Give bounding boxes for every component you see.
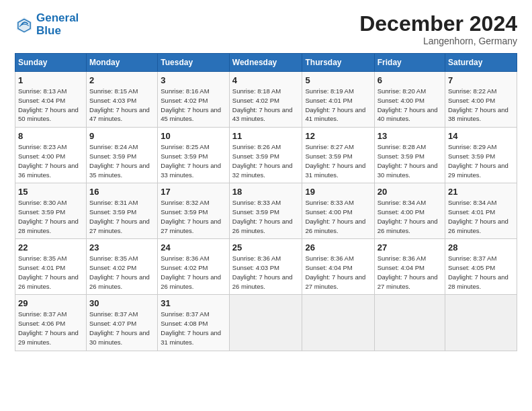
calendar-cell: 22 Sunrise: 8:35 AMSunset: 4:01 PMDaylig… <box>15 239 87 295</box>
calendar-cell <box>302 295 374 351</box>
day-number: 9 <box>89 131 154 141</box>
calendar-cell: 26 Sunrise: 8:36 AMSunset: 4:04 PMDaylig… <box>302 239 374 295</box>
calendar-cell: 10 Sunrise: 8:25 AMSunset: 3:59 PMDaylig… <box>158 128 230 183</box>
col-saturday: Saturday <box>445 54 517 72</box>
day-info: Sunrise: 8:33 AMSunset: 4:00 PMDaylight:… <box>305 199 365 234</box>
day-info: Sunrise: 8:26 AMSunset: 3:59 PMDaylight:… <box>232 143 293 178</box>
header: General Blue December 2024 Langenhorn, G… <box>15 12 517 46</box>
day-number: 24 <box>161 242 226 253</box>
day-info: Sunrise: 8:37 AMSunset: 4:06 PMDaylight:… <box>18 310 79 345</box>
day-info: Sunrise: 8:35 AMSunset: 4:01 PMDaylight:… <box>18 255 79 289</box>
logo-text: General Blue <box>36 12 79 37</box>
calendar-cell: 25 Sunrise: 8:36 AMSunset: 4:03 PMDaylig… <box>229 239 302 295</box>
day-number: 10 <box>161 131 226 141</box>
day-number: 22 <box>18 242 83 253</box>
day-number: 28 <box>448 242 514 253</box>
day-info: Sunrise: 8:37 AMSunset: 4:05 PMDaylight:… <box>448 255 508 289</box>
col-monday: Monday <box>87 54 158 72</box>
calendar-cell: 29 Sunrise: 8:37 AMSunset: 4:06 PMDaylig… <box>15 295 87 351</box>
day-info: Sunrise: 8:28 AMSunset: 3:59 PMDaylight:… <box>378 143 438 178</box>
day-info: Sunrise: 8:34 AMSunset: 4:01 PMDaylight:… <box>448 199 508 234</box>
day-info: Sunrise: 8:30 AMSunset: 3:59 PMDaylight:… <box>18 199 79 234</box>
day-info: Sunrise: 8:23 AMSunset: 4:00 PMDaylight:… <box>18 143 79 178</box>
day-number: 7 <box>448 75 514 85</box>
day-number: 21 <box>448 187 514 197</box>
calendar-cell: 15 Sunrise: 8:30 AMSunset: 3:59 PMDaylig… <box>15 183 87 239</box>
day-number: 25 <box>232 242 300 253</box>
day-info: Sunrise: 8:19 AMSunset: 4:01 PMDaylight:… <box>305 87 365 122</box>
day-number: 19 <box>305 187 371 197</box>
day-number: 23 <box>89 242 154 253</box>
day-info: Sunrise: 8:37 AMSunset: 4:07 PMDaylight:… <box>89 310 150 345</box>
day-info: Sunrise: 8:36 AMSunset: 4:04 PMDaylight:… <box>305 255 365 289</box>
calendar-cell: 1 Sunrise: 8:13 AMSunset: 4:04 PMDayligh… <box>15 72 87 128</box>
logo-icon <box>15 15 34 34</box>
day-number: 6 <box>378 75 442 85</box>
calendar-row: 22 Sunrise: 8:35 AMSunset: 4:01 PMDaylig… <box>15 239 517 295</box>
day-info: Sunrise: 8:29 AMSunset: 3:59 PMDaylight:… <box>448 143 508 178</box>
day-info: Sunrise: 8:24 AMSunset: 3:59 PMDaylight:… <box>89 143 150 178</box>
calendar-cell: 21 Sunrise: 8:34 AMSunset: 4:01 PMDaylig… <box>445 183 517 239</box>
day-number: 14 <box>448 131 514 141</box>
day-number: 11 <box>232 131 300 141</box>
day-number: 8 <box>18 131 83 141</box>
calendar-cell: 23 Sunrise: 8:35 AMSunset: 4:02 PMDaylig… <box>87 239 158 295</box>
calendar-row: 29 Sunrise: 8:37 AMSunset: 4:06 PMDaylig… <box>15 295 517 351</box>
day-info: Sunrise: 8:25 AMSunset: 3:59 PMDaylight:… <box>161 143 221 178</box>
calendar-cell: 8 Sunrise: 8:23 AMSunset: 4:00 PMDayligh… <box>15 128 87 183</box>
day-info: Sunrise: 8:20 AMSunset: 4:00 PMDaylight:… <box>378 87 438 122</box>
calendar-body: 1 Sunrise: 8:13 AMSunset: 4:04 PMDayligh… <box>15 72 517 351</box>
calendar-cell: 17 Sunrise: 8:32 AMSunset: 3:59 PMDaylig… <box>158 183 230 239</box>
calendar-cell: 4 Sunrise: 8:18 AMSunset: 4:02 PMDayligh… <box>229 72 302 128</box>
calendar-row: 15 Sunrise: 8:30 AMSunset: 3:59 PMDaylig… <box>15 183 517 239</box>
calendar-cell: 6 Sunrise: 8:20 AMSunset: 4:00 PMDayligh… <box>374 72 445 128</box>
day-number: 29 <box>18 298 83 308</box>
day-number: 15 <box>18 187 83 197</box>
subtitle: Langenhorn, Germany <box>359 36 517 46</box>
calendar-cell: 31 Sunrise: 8:37 AMSunset: 4:08 PMDaylig… <box>158 295 230 351</box>
calendar-row: 8 Sunrise: 8:23 AMSunset: 4:00 PMDayligh… <box>15 128 517 183</box>
calendar-row: 1 Sunrise: 8:13 AMSunset: 4:04 PMDayligh… <box>15 72 517 128</box>
calendar-cell: 14 Sunrise: 8:29 AMSunset: 3:59 PMDaylig… <box>445 128 517 183</box>
day-info: Sunrise: 8:18 AMSunset: 4:02 PMDaylight:… <box>232 87 293 122</box>
col-wednesday: Wednesday <box>229 54 302 72</box>
day-info: Sunrise: 8:35 AMSunset: 4:02 PMDaylight:… <box>89 255 150 289</box>
calendar-cell: 9 Sunrise: 8:24 AMSunset: 3:59 PMDayligh… <box>87 128 158 183</box>
calendar-cell: 13 Sunrise: 8:28 AMSunset: 3:59 PMDaylig… <box>374 128 445 183</box>
calendar-cell: 7 Sunrise: 8:22 AMSunset: 4:00 PMDayligh… <box>445 72 517 128</box>
calendar-cell: 2 Sunrise: 8:15 AMSunset: 4:03 PMDayligh… <box>87 72 158 128</box>
calendar-cell: 28 Sunrise: 8:37 AMSunset: 4:05 PMDaylig… <box>445 239 517 295</box>
day-info: Sunrise: 8:27 AMSunset: 3:59 PMDaylight:… <box>305 143 365 178</box>
day-info: Sunrise: 8:36 AMSunset: 4:04 PMDaylight:… <box>378 255 438 289</box>
day-number: 20 <box>378 187 442 197</box>
calendar-cell: 3 Sunrise: 8:16 AMSunset: 4:02 PMDayligh… <box>158 72 230 128</box>
calendar-cell: 11 Sunrise: 8:26 AMSunset: 3:59 PMDaylig… <box>229 128 302 183</box>
calendar-cell <box>445 295 517 351</box>
day-number: 4 <box>232 75 300 85</box>
header-row: Sunday Monday Tuesday Wednesday Thursday… <box>15 54 517 72</box>
day-number: 27 <box>378 242 442 253</box>
day-number: 26 <box>305 242 371 253</box>
calendar-cell: 18 Sunrise: 8:33 AMSunset: 3:59 PMDaylig… <box>229 183 302 239</box>
day-info: Sunrise: 8:16 AMSunset: 4:02 PMDaylight:… <box>161 87 221 122</box>
calendar-cell: 27 Sunrise: 8:36 AMSunset: 4:04 PMDaylig… <box>374 239 445 295</box>
calendar-table: Sunday Monday Tuesday Wednesday Thursday… <box>15 53 517 351</box>
day-info: Sunrise: 8:32 AMSunset: 3:59 PMDaylight:… <box>161 199 221 234</box>
day-info: Sunrise: 8:13 AMSunset: 4:04 PMDaylight:… <box>18 87 79 122</box>
calendar-cell <box>229 295 302 351</box>
day-info: Sunrise: 8:36 AMSunset: 4:03 PMDaylight:… <box>232 255 293 289</box>
day-number: 16 <box>89 187 154 197</box>
day-number: 12 <box>305 131 371 141</box>
col-tuesday: Tuesday <box>158 54 230 72</box>
main-title: December 2024 <box>359 12 517 36</box>
day-number: 17 <box>161 187 226 197</box>
day-info: Sunrise: 8:31 AMSunset: 3:59 PMDaylight:… <box>89 199 150 234</box>
col-friday: Friday <box>374 54 445 72</box>
day-info: Sunrise: 8:33 AMSunset: 3:59 PMDaylight:… <box>232 199 293 234</box>
day-number: 31 <box>161 298 226 308</box>
day-number: 18 <box>232 187 300 197</box>
day-number: 13 <box>378 131 442 141</box>
day-number: 3 <box>161 75 226 85</box>
calendar-cell: 24 Sunrise: 8:36 AMSunset: 4:02 PMDaylig… <box>158 239 230 295</box>
col-sunday: Sunday <box>15 54 87 72</box>
